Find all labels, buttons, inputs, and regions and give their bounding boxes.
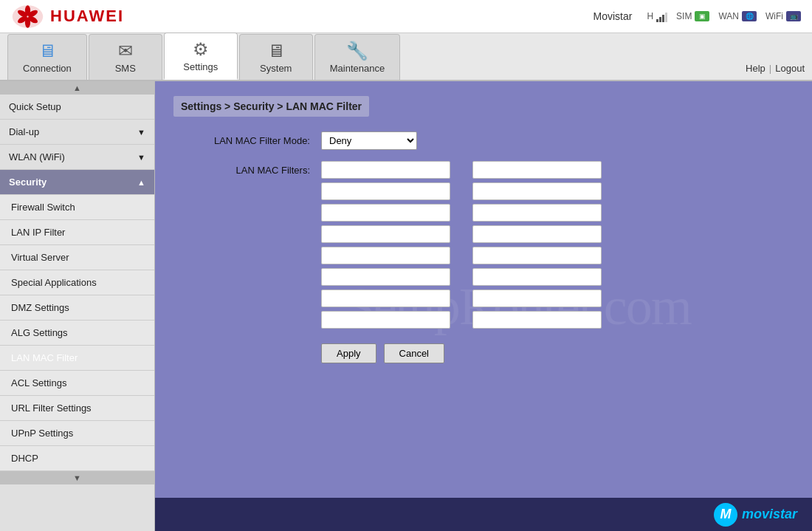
filter-mode-row: LAN MAC Filter Mode: Deny Allow (173, 131, 794, 150)
wifi-icon: 📺 (786, 11, 801, 21)
sidebar-acl-label: ACL Settings (11, 377, 66, 388)
mac-input-3[interactable] (321, 204, 450, 222)
movistar-label: movistar (742, 507, 797, 522)
sidebar-item-special-apps[interactable]: Special Applications (0, 270, 154, 295)
mac-filters-row: LAN MAC Filters: (173, 161, 794, 329)
sidebar-lan-ip-label: LAN IP Filter (11, 227, 65, 238)
sidebar-item-acl-settings[interactable]: ACL Settings (0, 371, 154, 396)
apply-button[interactable]: Apply (321, 343, 376, 363)
tab-maintenance[interactable]: 🔧 Maintenance (314, 34, 400, 80)
tab-settings[interactable]: ⚙ Settings (164, 32, 238, 80)
settings-icon: ⚙ (193, 39, 209, 60)
footer-bar: M movistar (155, 498, 812, 531)
huawei-logo-icon (11, 4, 44, 30)
wifi-label: WiFi (765, 11, 783, 21)
sidebar-item-dmz-settings[interactable]: DMZ Settings (0, 295, 154, 321)
movistar-m-icon: M (714, 503, 737, 527)
sidebar-item-security[interactable]: Security ▲ (0, 170, 154, 195)
sidebar-scroll-down[interactable]: ▼ (0, 471, 154, 484)
filter-mode-select[interactable]: Deny Allow (321, 131, 417, 150)
mac-input-4[interactable] (321, 225, 450, 243)
sidebar-dhcp-label: DHCP (11, 453, 38, 464)
sidebar-wlan-label: WLAN (WiFi) (9, 151, 65, 162)
mac-input-15[interactable] (472, 290, 602, 307)
sidebar-upnp-label: UPnP Settings (11, 428, 73, 439)
main-layout: ▲ Quick Setup Dial-up ▼ WLAN (WiFi) ▼ Se… (0, 81, 812, 531)
breadcrumb: Settings > Security > LAN MAC Filter (173, 96, 369, 117)
isp-label: Movistar (593, 10, 633, 22)
system-icon: 🖥 (267, 41, 285, 61)
filter-mode-label: LAN MAC Filter Mode: (173, 135, 321, 146)
mac-input-9[interactable] (472, 161, 602, 179)
tab-sms-label: SMS (115, 63, 136, 74)
tab-settings-label: Settings (183, 61, 218, 72)
tab-maintenance-label: Maintenance (330, 63, 385, 74)
movistar-logo: M movistar (714, 503, 797, 527)
connection-icon: 🖥 (38, 41, 56, 61)
sidebar-item-alg-settings[interactable]: ALG Settings (0, 321, 154, 346)
sidebar-item-virtual-server[interactable]: Virtual Server (0, 245, 154, 270)
wan-label: WAN (718, 11, 739, 21)
mac-input-14[interactable] (472, 268, 602, 286)
mac-input-2[interactable] (321, 182, 450, 200)
tab-system[interactable]: 🖥 System (239, 34, 313, 80)
sidebar-scroll-up[interactable]: ▲ (0, 81, 154, 95)
top-right-info: Movistar H SIM ▣ WAN 🌐 WiFi (593, 10, 801, 22)
sidebar-item-dialup[interactable]: Dial-up ▼ (0, 120, 154, 145)
wan-icon: 🌐 (742, 11, 757, 21)
sim-status: SIM ▣ (676, 11, 709, 21)
sidebar-dmz-label: DMZ Settings (11, 302, 69, 313)
chevron-up-icon: ▲ (137, 178, 145, 187)
sidebar-item-dhcp[interactable]: DHCP (0, 446, 154, 471)
mac-inputs-group (321, 161, 602, 329)
sim-icon: ▣ (695, 11, 709, 21)
nav-tabs: 🖥 Connection ✉ SMS ⚙ Settings 🖥 System 🔧… (0, 33, 812, 81)
chevron-down-icon: ▼ (137, 128, 145, 137)
mac-input-8[interactable] (321, 311, 450, 329)
tab-sms[interactable]: ✉ SMS (89, 34, 162, 80)
sidebar-item-lan-mac-filter[interactable]: LAN MAC Filter (0, 346, 154, 371)
sim-label: SIM (676, 11, 692, 21)
mac-input-6[interactable] (321, 268, 450, 286)
mac-filters-label: LAN MAC Filters: (173, 161, 321, 176)
mac-input-12[interactable] (472, 225, 602, 243)
cancel-button[interactable]: Cancel (384, 343, 444, 363)
mac-input-10[interactable] (472, 182, 602, 200)
sidebar-item-firewall-switch[interactable]: Firewall Switch (0, 195, 154, 220)
mac-column-right (472, 161, 602, 329)
tab-connection-label: Connection (23, 63, 72, 74)
content-inner: Settings > Security > LAN MAC Filter LAN… (173, 96, 794, 363)
sidebar: ▲ Quick Setup Dial-up ▼ WLAN (WiFi) ▼ Se… (0, 81, 155, 531)
buttons-row: Apply Cancel (173, 343, 794, 363)
mac-input-16[interactable] (472, 311, 602, 329)
sidebar-item-url-filter[interactable]: URL Filter Settings (0, 396, 154, 421)
tab-connection[interactable]: 🖥 Connection (7, 34, 87, 80)
mac-input-1[interactable] (321, 161, 450, 179)
help-link[interactable]: Help (746, 63, 765, 74)
mac-column-left (321, 161, 450, 329)
sidebar-security-label: Security (9, 177, 47, 188)
maintenance-icon: 🔧 (346, 41, 368, 61)
sidebar-firewall-label: Firewall Switch (11, 202, 75, 213)
tab-system-label: System (260, 63, 292, 74)
mac-input-13[interactable] (472, 247, 602, 264)
mac-input-11[interactable] (472, 204, 602, 222)
nav-right-links: Help | Logout (746, 63, 805, 80)
logo-area: HUAWEI (11, 4, 124, 30)
sidebar-quick-setup-label: Quick Setup (9, 101, 61, 112)
sidebar-special-apps-label: Special Applications (11, 277, 97, 288)
mac-input-5[interactable] (321, 247, 450, 264)
sidebar-item-quick-setup[interactable]: Quick Setup (0, 95, 154, 120)
nav-separator: | (769, 63, 771, 74)
sidebar-item-upnp[interactable]: UPnP Settings (0, 421, 154, 446)
signal-bars-icon (656, 10, 667, 22)
top-bar: HUAWEI Movistar H SIM ▣ WAN 🌐 (0, 0, 812, 33)
sidebar-item-wlan[interactable]: WLAN (WiFi) ▼ (0, 145, 154, 170)
wifi-status: WiFi 📺 (765, 11, 801, 21)
sidebar-item-lan-ip-filter[interactable]: LAN IP Filter (0, 220, 154, 245)
logout-link[interactable]: Logout (775, 63, 805, 74)
mac-input-7[interactable] (321, 290, 450, 307)
sidebar-dialup-label: Dial-up (9, 126, 39, 137)
brand-label: HUAWEI (50, 7, 124, 26)
sidebar-alg-label: ALG Settings (11, 327, 68, 338)
